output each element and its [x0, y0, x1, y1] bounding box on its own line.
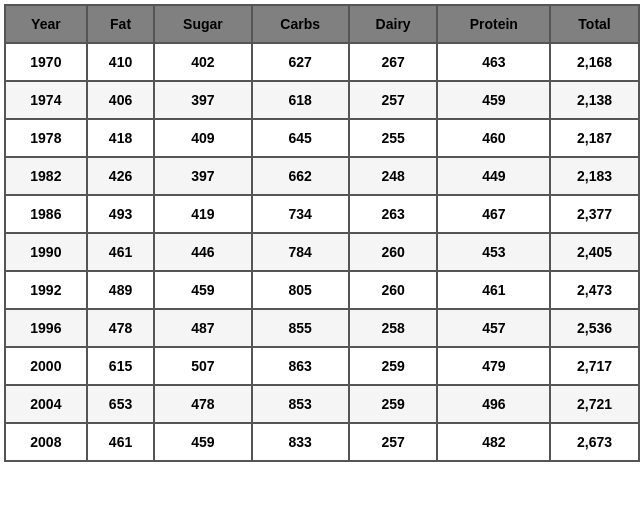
table-row: 19864934197342634672,377: [5, 195, 639, 233]
data-cell: 461: [87, 233, 155, 271]
data-cell: 662: [252, 157, 349, 195]
data-cell: 493: [87, 195, 155, 233]
data-cell: 419: [154, 195, 251, 233]
data-cell: 2,377: [550, 195, 639, 233]
data-cell: 263: [349, 195, 438, 233]
data-cell: 853: [252, 385, 349, 423]
data-cell: 260: [349, 271, 438, 309]
data-cell: 257: [349, 423, 438, 461]
data-cell: 267: [349, 43, 438, 81]
table-row: 19904614467842604532,405: [5, 233, 639, 271]
data-cell: 426: [87, 157, 155, 195]
data-cell: 260: [349, 233, 438, 271]
data-cell: 2,183: [550, 157, 639, 195]
table-container: YearFatSugarCarbsDairyProteinTotal 19704…: [0, 0, 644, 466]
table-row: 19744063976182574592,138: [5, 81, 639, 119]
table-row: 19924894598052604612,473: [5, 271, 639, 309]
data-cell: 449: [437, 157, 550, 195]
year-cell: 2008: [5, 423, 87, 461]
column-header: Sugar: [154, 5, 251, 43]
table-header-row: YearFatSugarCarbsDairyProteinTotal: [5, 5, 639, 43]
data-cell: 410: [87, 43, 155, 81]
column-header: Year: [5, 5, 87, 43]
data-cell: 805: [252, 271, 349, 309]
data-cell: 459: [154, 423, 251, 461]
data-cell: 259: [349, 385, 438, 423]
table-row: 20006155078632594792,717: [5, 347, 639, 385]
column-header: Carbs: [252, 5, 349, 43]
table-row: 20046534788532594962,721: [5, 385, 639, 423]
table-row: 19964784878552584572,536: [5, 309, 639, 347]
data-cell: 784: [252, 233, 349, 271]
year-cell: 1978: [5, 119, 87, 157]
table-row: 19704104026272674632,168: [5, 43, 639, 81]
data-cell: 627: [252, 43, 349, 81]
data-cell: 459: [154, 271, 251, 309]
data-cell: 487: [154, 309, 251, 347]
data-cell: 2,673: [550, 423, 639, 461]
data-cell: 446: [154, 233, 251, 271]
year-cell: 1986: [5, 195, 87, 233]
nutrition-table: YearFatSugarCarbsDairyProteinTotal 19704…: [4, 4, 640, 462]
data-cell: 615: [87, 347, 155, 385]
year-cell: 1996: [5, 309, 87, 347]
data-cell: 259: [349, 347, 438, 385]
table-row: 19784184096452554602,187: [5, 119, 639, 157]
data-cell: 482: [437, 423, 550, 461]
year-cell: 1974: [5, 81, 87, 119]
data-cell: 397: [154, 157, 251, 195]
year-cell: 1970: [5, 43, 87, 81]
column-header: Fat: [87, 5, 155, 43]
year-cell: 1992: [5, 271, 87, 309]
data-cell: 2,405: [550, 233, 639, 271]
data-cell: 734: [252, 195, 349, 233]
data-cell: 402: [154, 43, 251, 81]
data-cell: 489: [87, 271, 155, 309]
data-cell: 461: [437, 271, 550, 309]
table-row: 19824263976622484492,183: [5, 157, 639, 195]
data-cell: 2,717: [550, 347, 639, 385]
data-cell: 2,168: [550, 43, 639, 81]
year-cell: 1990: [5, 233, 87, 271]
data-cell: 457: [437, 309, 550, 347]
data-cell: 397: [154, 81, 251, 119]
column-header: Total: [550, 5, 639, 43]
data-cell: 645: [252, 119, 349, 157]
data-cell: 409: [154, 119, 251, 157]
column-header: Dairy: [349, 5, 438, 43]
data-cell: 863: [252, 347, 349, 385]
data-cell: 496: [437, 385, 550, 423]
data-cell: 653: [87, 385, 155, 423]
data-cell: 2,721: [550, 385, 639, 423]
data-cell: 453: [437, 233, 550, 271]
data-cell: 478: [87, 309, 155, 347]
data-cell: 2,536: [550, 309, 639, 347]
data-cell: 258: [349, 309, 438, 347]
data-cell: 248: [349, 157, 438, 195]
data-cell: 2,138: [550, 81, 639, 119]
year-cell: 1982: [5, 157, 87, 195]
data-cell: 2,187: [550, 119, 639, 157]
table-body: 19704104026272674632,1681974406397618257…: [5, 43, 639, 461]
column-header: Protein: [437, 5, 550, 43]
year-cell: 2000: [5, 347, 87, 385]
table-row: 20084614598332574822,673: [5, 423, 639, 461]
data-cell: 257: [349, 81, 438, 119]
data-cell: 618: [252, 81, 349, 119]
data-cell: 255: [349, 119, 438, 157]
data-cell: 2,473: [550, 271, 639, 309]
data-cell: 467: [437, 195, 550, 233]
data-cell: 478: [154, 385, 251, 423]
data-cell: 418: [87, 119, 155, 157]
data-cell: 855: [252, 309, 349, 347]
data-cell: 507: [154, 347, 251, 385]
year-cell: 2004: [5, 385, 87, 423]
data-cell: 406: [87, 81, 155, 119]
data-cell: 479: [437, 347, 550, 385]
data-cell: 463: [437, 43, 550, 81]
data-cell: 833: [252, 423, 349, 461]
data-cell: 461: [87, 423, 155, 461]
data-cell: 460: [437, 119, 550, 157]
data-cell: 459: [437, 81, 550, 119]
